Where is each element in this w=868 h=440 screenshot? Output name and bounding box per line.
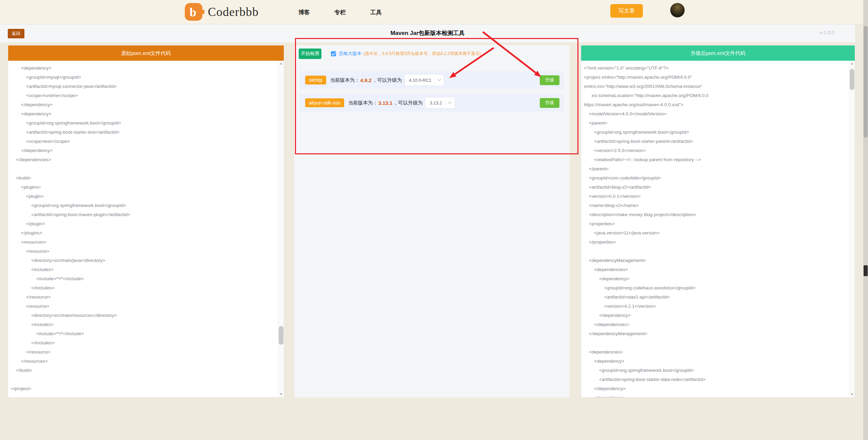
page: b Coderbbb 博客 专栏 工具 写文章 返回 Maven Jar包新版本… [0, 0, 868, 440]
upgraded-pom-code[interactable]: <?xml version="1.0" encoding="UTF-8"?> <… [581, 61, 849, 397]
target-version-select[interactable]: 3.13.2 [425, 97, 455, 109]
select-divider [434, 77, 435, 83]
original-pom-panel-title: 原始pom.xml文件代码 [8, 45, 284, 61]
ignore-major-version-label[interactable]: 忽略大版本 [339, 51, 362, 57]
nav-item-tools[interactable]: 工具 [370, 8, 382, 16]
current-version-value: 4.9.2 [360, 77, 372, 83]
write-article-button[interactable]: 写文章 [610, 4, 643, 18]
scrollbar-thumb[interactable] [850, 69, 854, 90]
upgraded-pom-panel: 升级后pom.xml文件代码 <?xml version="1.0" encod… [581, 45, 855, 398]
scroll-up-icon[interactable]: ▲ [278, 61, 284, 66]
scroll-down-icon[interactable]: ▼ [278, 391, 284, 397]
scroll-down-icon[interactable]: ▼ [849, 391, 855, 397]
upgrade-to-label: ，可以升级为 [393, 100, 422, 106]
main-nav: 博客 专栏 工具 [298, 0, 382, 24]
dependency-badge: okhttp [305, 76, 326, 84]
version-detector-panel: 开始检测 忽略大版本 (选中后，3.4.5只推荐3开头版本号，类似4.2.2等版… [294, 45, 570, 398]
dependency-badge: aliyun-sdk-oss [305, 98, 344, 107]
original-pom-panel: 原始pom.xml文件代码 <dependency> <groupId>mysq… [8, 45, 284, 398]
original-pom-scrollbar[interactable]: ▲ ▼ [278, 61, 284, 397]
nav-item-blog[interactable]: 博客 [298, 8, 310, 16]
upgrade-button[interactable]: 升级 [540, 75, 559, 85]
target-version-value: 4.10.0-RC1 [409, 78, 431, 83]
dependency-row-aliyun-sdk-oss: aliyun-sdk-oss 当前版本为： 3.13.1 ，可以升级为 3.13… [300, 94, 564, 112]
page-scrollbar-marker [864, 265, 868, 276]
scrollbar-thumb[interactable] [279, 326, 283, 345]
version-label: v-1.0.0 [820, 30, 834, 35]
target-version-value: 3.13.2 [430, 100, 442, 106]
dependency-row-okhttp: okhttp 当前版本为： 4.9.2 ，可以升级为 4.10.0-RC1 升级 [300, 71, 564, 89]
current-version-prefix: 当前版本为： [348, 100, 378, 106]
site-logo[interactable]: b Coderbbb [185, 3, 259, 21]
logo-icon: b [185, 3, 202, 21]
ignore-major-version-checkbox[interactable] [331, 51, 336, 56]
ignore-major-version-hint: (选中后，3.4.5只推荐3开头版本号，类似4.2.2等版本将不显示) [364, 51, 481, 57]
page-scrollbar-thumb[interactable] [864, 26, 868, 138]
original-pom-code[interactable]: <dependency> <groupId>mysql</groupId> <a… [8, 61, 278, 397]
logo-letter: b [190, 6, 196, 18]
site-header: b Coderbbb 博客 专栏 工具 写文章 [0, 0, 863, 24]
toolbar: 返回 Maven Jar包新版本检测工具 v-1.0.0 [0, 24, 855, 42]
select-divider [445, 100, 446, 106]
page-scrollbar[interactable] [863, 0, 868, 440]
chevron-down-icon [448, 100, 452, 104]
page-title: Maven Jar包新版本检测工具 [0, 29, 855, 37]
current-version-value: 3.13.1 [378, 100, 393, 106]
detector-controls: 开始检测 忽略大版本 (选中后，3.4.5只推荐3开头版本号，类似4.2.2等版… [299, 48, 481, 59]
current-version-prefix: 当前版本为： [330, 77, 360, 83]
target-version-select[interactable]: 4.10.0-RC1 [405, 74, 444, 86]
upgraded-pom-scrollbar[interactable]: ▲ ▼ [849, 61, 855, 397]
nav-item-column[interactable]: 专栏 [334, 8, 346, 16]
chevron-down-icon [437, 77, 441, 81]
scroll-up-icon[interactable]: ▲ [849, 61, 855, 66]
logo-text: Coderbbb [208, 5, 259, 19]
upgraded-pom-panel-title: 升级后pom.xml文件代码 [581, 45, 855, 61]
upgrade-button[interactable]: 升级 [540, 98, 559, 108]
start-detect-button[interactable]: 开始检测 [299, 49, 321, 59]
user-avatar[interactable] [670, 3, 685, 18]
upgrade-to-label: ，可以升级为 [372, 77, 402, 83]
